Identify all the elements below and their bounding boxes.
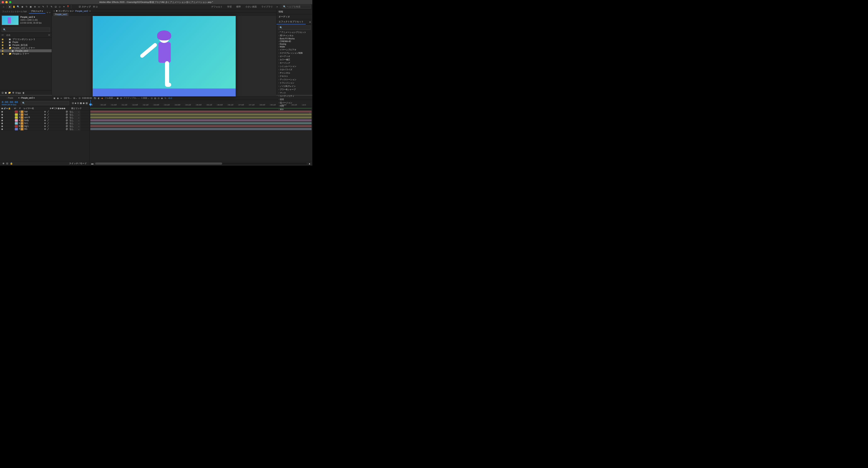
draft-3d-icon[interactable]: ◈: [74, 102, 76, 104]
effect-category[interactable]: イマーシブビデオ: [277, 48, 312, 52]
layer-row[interactable]: ◉›4body⊕╱@なし⌄: [0, 119, 89, 122]
timeline-tab-people-ver2[interactable]: × ▫ People_ver2 ≡: [16, 96, 37, 100]
snap-checkbox[interactable]: ☑スナップ ⌘ ⊡: [79, 5, 98, 8]
audio-column-icon[interactable]: 🔊: [3, 107, 6, 110]
window-maximize[interactable]: [9, 1, 11, 3]
layer-name[interactable]: arm R: [24, 116, 44, 119]
workspace-learn[interactable]: 学習: [225, 5, 234, 8]
help-search[interactable]: 🔍: [282, 5, 311, 9]
layer-bar[interactable]: [90, 116, 311, 119]
effect-category[interactable]: キーイング: [277, 61, 312, 65]
graph-editor-icon[interactable]: ▥: [86, 102, 88, 104]
comp-breadcrumb-name[interactable]: People_ver2: [75, 10, 88, 12]
toggle-lock-icon[interactable]: 🔒: [10, 162, 13, 164]
parent-dropdown[interactable]: なし⌄: [69, 125, 81, 128]
layer-bar[interactable]: [90, 125, 311, 127]
layer-row[interactable]: ◉›5fot L⊕╱@なし⌄: [0, 122, 89, 125]
zoom-in-icon[interactable]: ▲: [308, 162, 311, 165]
pickwhip-icon[interactable]: @: [66, 128, 68, 130]
name-column[interactable]: 名前: [6, 34, 10, 37]
effect-category[interactable]: ディストーション: [277, 78, 312, 81]
parent-dropdown[interactable]: なし⌄: [69, 116, 81, 119]
layer-name[interactable]: hair: [24, 111, 44, 113]
pen-tool[interactable]: ✎: [41, 5, 45, 8]
visibility-toggle[interactable]: ◉: [1, 122, 3, 125]
interpret-icon[interactable]: ⊡: [2, 91, 3, 94]
effects-search[interactable]: 🔍: [278, 26, 311, 30]
layer-bar[interactable]: [90, 122, 311, 124]
timeline-zoom-scrollbar[interactable]: [95, 162, 307, 164]
parent-dropdown[interactable]: なし⌄: [69, 122, 81, 125]
effects-panel-header[interactable]: エフェクト＆プリセット: [277, 19, 306, 25]
playhead[interactable]: [90, 100, 91, 106]
motion-blur-icon[interactable]: ◉: [83, 102, 85, 104]
project-item[interactable]: ◼▣People_ver2: [0, 49, 52, 52]
layer-row[interactable]: ◉›7BG⊕╱@なし⌄: [0, 128, 89, 131]
pickwhip-icon[interactable]: @: [66, 125, 68, 127]
effect-category[interactable]: Matte: [277, 45, 312, 48]
shy-switch-icon[interactable]: ⊕: [50, 107, 52, 110]
comp-tab[interactable]: People_ver2: [54, 13, 68, 16]
layer-row[interactable]: ◉›3arm R⊕╱@なし⌄: [0, 116, 89, 119]
layer-track[interactable]: [90, 125, 312, 128]
project-item[interactable]: ◼▣プリコンポジション 1: [0, 38, 52, 41]
fx-switch-icon[interactable]: ✱: [52, 107, 54, 110]
visibility-toggle[interactable]: ◉: [1, 111, 3, 113]
pickwhip-icon[interactable]: @: [66, 116, 68, 119]
help-search-input[interactable]: [287, 5, 309, 8]
info-panel-header[interactable]: 情報: [277, 9, 312, 14]
zoom-out-icon[interactable]: ▬: [91, 162, 93, 165]
shy-icon[interactable]: ⊡: [77, 102, 79, 104]
bpc-label[interactable]: 8 bpc: [16, 92, 21, 94]
eye-column-icon[interactable]: ◉: [1, 107, 3, 110]
effect-category[interactable]: テキスト: [277, 74, 312, 78]
orbit-tool[interactable]: ◉: [21, 5, 24, 8]
effect-category[interactable]: Boris FX Mocha: [277, 37, 312, 40]
visibility-toggle[interactable]: ◉: [1, 113, 3, 116]
layer-track[interactable]: [90, 119, 312, 122]
label-color[interactable]: [15, 119, 18, 122]
layer-name[interactable]: body: [24, 119, 44, 121]
hand-tool[interactable]: ✋: [12, 5, 16, 8]
visibility-toggle[interactable]: ◉: [1, 116, 3, 119]
pickwhip-icon[interactable]: @: [66, 119, 68, 121]
layer-row[interactable]: ◉›6leg L⊕╱@なし⌄: [0, 125, 89, 128]
new-folder-icon[interactable]: 📁: [8, 91, 11, 94]
effect-category[interactable]: Keying: [277, 43, 312, 45]
selection-tool[interactable]: ▸: [8, 5, 12, 8]
project-item[interactable]: ◼›📁People レイヤー: [0, 52, 52, 55]
type-column-icon[interactable]: ⊡: [48, 34, 50, 37]
workspace-library[interactable]: ライブラリ: [259, 5, 275, 8]
name-column[interactable]: レイヤー名: [23, 107, 50, 110]
timeline-tab-peple[interactable]: ▫ Peple: [4, 96, 16, 100]
label-color[interactable]: [15, 122, 18, 125]
blur-switch-icon[interactable]: ▦: [58, 107, 60, 110]
tab-effect-controls[interactable]: フェクトコントロール hair: [0, 9, 29, 14]
layer-name[interactable]: hed: [24, 113, 44, 116]
layer-bar[interactable]: [90, 111, 311, 113]
effect-category[interactable]: シミュレーション: [277, 65, 312, 68]
parent-dropdown[interactable]: なし⌄: [69, 113, 81, 116]
effect-category[interactable]: カラー補正: [277, 58, 312, 61]
brush-tool[interactable]: ✎: [50, 5, 53, 8]
layer-bar[interactable]: [90, 128, 311, 130]
layer-track[interactable]: [90, 110, 312, 113]
clone-tool[interactable]: ⊡: [54, 5, 57, 8]
parent-dropdown[interactable]: なし⌄: [69, 110, 81, 113]
pickwhip-icon[interactable]: @: [66, 122, 68, 124]
switch-mode-toggle[interactable]: スイッチ / モード: [69, 162, 87, 165]
timeline-search[interactable]: 🔍: [21, 101, 69, 105]
layer-track[interactable]: [90, 113, 312, 116]
toggle-modes-icon[interactable]: ⊡: [6, 162, 8, 164]
effect-category[interactable]: エクスプレッション制御: [277, 52, 312, 55]
toggle-switches-icon[interactable]: ⊕: [2, 162, 4, 164]
text-tool[interactable]: T: [45, 5, 49, 8]
parent-column[interactable]: 親とリンク: [70, 107, 89, 110]
layer-bar[interactable]: [90, 119, 311, 121]
label-color[interactable]: [15, 128, 18, 130]
home-icon[interactable]: ⌂: [2, 5, 5, 8]
quality-switch-icon[interactable]: fx: [56, 107, 57, 110]
effect-category[interactable]: トランジション: [277, 81, 312, 85]
puppet-tool[interactable]: 📍: [66, 5, 70, 8]
layer-track[interactable]: [90, 128, 312, 131]
